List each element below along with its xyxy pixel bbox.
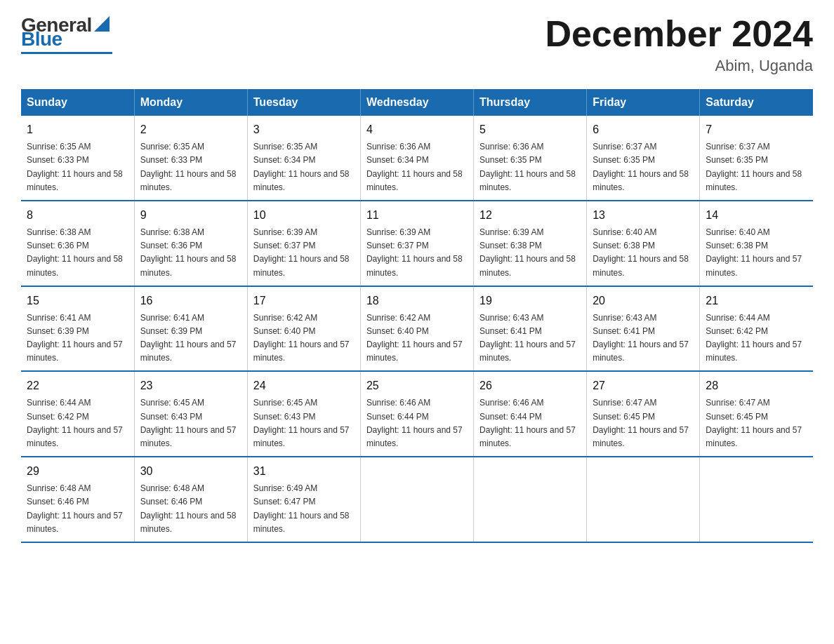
calendar-cell: 21Sunrise: 6:44 AMSunset: 6:42 PMDayligh… bbox=[700, 286, 813, 372]
day-number: 26 bbox=[479, 377, 581, 394]
col-header-tuesday: Tuesday bbox=[247, 89, 360, 116]
day-number: 15 bbox=[27, 293, 128, 309]
day-number: 24 bbox=[253, 377, 355, 394]
calendar-cell bbox=[587, 457, 700, 542]
svg-marker-0 bbox=[94, 16, 110, 32]
calendar-cell: 2Sunrise: 6:35 AMSunset: 6:33 PMDaylight… bbox=[134, 116, 247, 201]
day-number: 18 bbox=[366, 293, 468, 309]
calendar-cell: 16Sunrise: 6:41 AMSunset: 6:39 PMDayligh… bbox=[134, 286, 247, 372]
day-number: 1 bbox=[27, 121, 128, 138]
day-number: 12 bbox=[479, 207, 581, 224]
day-number: 22 bbox=[27, 377, 128, 394]
calendar-week-row: 29Sunrise: 6:48 AMSunset: 6:46 PMDayligh… bbox=[21, 457, 813, 542]
day-info: Sunrise: 6:36 AMSunset: 6:34 PMDaylight:… bbox=[366, 140, 468, 194]
day-info: Sunrise: 6:44 AMSunset: 6:42 PMDaylight:… bbox=[27, 396, 128, 450]
calendar-cell: 12Sunrise: 6:39 AMSunset: 6:38 PMDayligh… bbox=[474, 201, 587, 286]
day-info: Sunrise: 6:39 AMSunset: 6:37 PMDaylight:… bbox=[253, 226, 355, 280]
day-info: Sunrise: 6:42 AMSunset: 6:40 PMDaylight:… bbox=[366, 311, 468, 365]
logo-underline bbox=[21, 52, 112, 54]
calendar-cell: 22Sunrise: 6:44 AMSunset: 6:42 PMDayligh… bbox=[21, 371, 134, 457]
day-number: 28 bbox=[706, 377, 807, 394]
day-number: 8 bbox=[27, 207, 128, 224]
day-info: Sunrise: 6:39 AMSunset: 6:37 PMDaylight:… bbox=[366, 226, 468, 280]
calendar-cell: 4Sunrise: 6:36 AMSunset: 6:34 PMDaylight… bbox=[360, 116, 473, 201]
calendar-cell: 15Sunrise: 6:41 AMSunset: 6:39 PMDayligh… bbox=[21, 286, 134, 372]
col-header-wednesday: Wednesday bbox=[360, 89, 473, 116]
calendar-week-row: 8Sunrise: 6:38 AMSunset: 6:36 PMDaylight… bbox=[21, 201, 813, 286]
calendar-cell: 23Sunrise: 6:45 AMSunset: 6:43 PMDayligh… bbox=[134, 371, 247, 457]
day-number: 10 bbox=[253, 207, 355, 224]
day-number: 25 bbox=[366, 377, 468, 394]
day-number: 9 bbox=[140, 207, 241, 224]
day-number: 27 bbox=[593, 377, 694, 394]
col-header-saturday: Saturday bbox=[700, 89, 813, 116]
calendar-cell: 7Sunrise: 6:37 AMSunset: 6:35 PMDaylight… bbox=[700, 116, 813, 201]
calendar-cell: 20Sunrise: 6:43 AMSunset: 6:41 PMDayligh… bbox=[587, 286, 700, 372]
month-title: December 2024 bbox=[545, 14, 813, 54]
calendar-cell: 1Sunrise: 6:35 AMSunset: 6:33 PMDaylight… bbox=[21, 116, 134, 201]
day-info: Sunrise: 6:38 AMSunset: 6:36 PMDaylight:… bbox=[140, 226, 241, 280]
day-info: Sunrise: 6:41 AMSunset: 6:39 PMDaylight:… bbox=[140, 311, 241, 365]
day-number: 11 bbox=[366, 207, 468, 224]
calendar-cell: 30Sunrise: 6:48 AMSunset: 6:46 PMDayligh… bbox=[134, 457, 247, 542]
logo-blue-text: Blue bbox=[21, 28, 62, 51]
calendar-week-row: 15Sunrise: 6:41 AMSunset: 6:39 PMDayligh… bbox=[21, 286, 813, 372]
day-info: Sunrise: 6:47 AMSunset: 6:45 PMDaylight:… bbox=[593, 396, 694, 450]
day-info: Sunrise: 6:42 AMSunset: 6:40 PMDaylight:… bbox=[253, 311, 355, 365]
day-info: Sunrise: 6:48 AMSunset: 6:46 PMDaylight:… bbox=[27, 482, 128, 536]
col-header-thursday: Thursday bbox=[474, 89, 587, 116]
day-info: Sunrise: 6:47 AMSunset: 6:45 PMDaylight:… bbox=[706, 396, 807, 450]
day-number: 5 bbox=[479, 121, 581, 138]
location-label: Abim, Uganda bbox=[545, 57, 813, 75]
day-number: 7 bbox=[706, 121, 807, 138]
calendar-cell bbox=[700, 457, 813, 542]
day-number: 20 bbox=[593, 293, 694, 309]
calendar-week-row: 22Sunrise: 6:44 AMSunset: 6:42 PMDayligh… bbox=[21, 371, 813, 457]
day-info: Sunrise: 6:46 AMSunset: 6:44 PMDaylight:… bbox=[479, 396, 581, 450]
calendar-cell: 25Sunrise: 6:46 AMSunset: 6:44 PMDayligh… bbox=[360, 371, 473, 457]
day-number: 30 bbox=[140, 463, 241, 480]
day-info: Sunrise: 6:44 AMSunset: 6:42 PMDaylight:… bbox=[706, 311, 807, 365]
calendar-cell: 28Sunrise: 6:47 AMSunset: 6:45 PMDayligh… bbox=[700, 371, 813, 457]
day-number: 21 bbox=[706, 293, 807, 309]
day-number: 3 bbox=[253, 121, 355, 138]
day-info: Sunrise: 6:49 AMSunset: 6:47 PMDaylight:… bbox=[253, 482, 355, 536]
day-info: Sunrise: 6:48 AMSunset: 6:46 PMDaylight:… bbox=[140, 482, 241, 536]
day-info: Sunrise: 6:40 AMSunset: 6:38 PMDaylight:… bbox=[706, 226, 807, 280]
day-number: 16 bbox=[140, 293, 241, 309]
day-info: Sunrise: 6:38 AMSunset: 6:36 PMDaylight:… bbox=[27, 226, 128, 280]
calendar-cell: 24Sunrise: 6:45 AMSunset: 6:43 PMDayligh… bbox=[247, 371, 360, 457]
calendar-cell: 14Sunrise: 6:40 AMSunset: 6:38 PMDayligh… bbox=[700, 201, 813, 286]
calendar-cell: 6Sunrise: 6:37 AMSunset: 6:35 PMDaylight… bbox=[587, 116, 700, 201]
day-info: Sunrise: 6:46 AMSunset: 6:44 PMDaylight:… bbox=[366, 396, 468, 450]
calendar-cell: 3Sunrise: 6:35 AMSunset: 6:34 PMDaylight… bbox=[247, 116, 360, 201]
calendar-cell: 26Sunrise: 6:46 AMSunset: 6:44 PMDayligh… bbox=[474, 371, 587, 457]
day-info: Sunrise: 6:37 AMSunset: 6:35 PMDaylight:… bbox=[593, 140, 694, 194]
title-block: December 2024 Abim, Uganda bbox=[545, 14, 813, 75]
day-number: 17 bbox=[253, 293, 355, 309]
calendar-cell bbox=[474, 457, 587, 542]
calendar-week-row: 1Sunrise: 6:35 AMSunset: 6:33 PMDaylight… bbox=[21, 116, 813, 201]
calendar-cell: 8Sunrise: 6:38 AMSunset: 6:36 PMDaylight… bbox=[21, 201, 134, 286]
day-number: 23 bbox=[140, 377, 241, 394]
day-info: Sunrise: 6:39 AMSunset: 6:38 PMDaylight:… bbox=[479, 226, 581, 280]
calendar-cell: 11Sunrise: 6:39 AMSunset: 6:37 PMDayligh… bbox=[360, 201, 473, 286]
day-number: 29 bbox=[27, 463, 128, 480]
calendar-cell: 13Sunrise: 6:40 AMSunset: 6:38 PMDayligh… bbox=[587, 201, 700, 286]
day-info: Sunrise: 6:45 AMSunset: 6:43 PMDaylight:… bbox=[140, 396, 241, 450]
page-header: General Blue December 2024 Abim, Uganda bbox=[21, 14, 813, 75]
col-header-sunday: Sunday bbox=[21, 89, 134, 116]
day-info: Sunrise: 6:43 AMSunset: 6:41 PMDaylight:… bbox=[593, 311, 694, 365]
day-number: 6 bbox=[593, 121, 694, 138]
day-number: 2 bbox=[140, 121, 241, 138]
day-info: Sunrise: 6:45 AMSunset: 6:43 PMDaylight:… bbox=[253, 396, 355, 450]
logo-triangle-icon bbox=[94, 16, 110, 32]
calendar-cell: 9Sunrise: 6:38 AMSunset: 6:36 PMDaylight… bbox=[134, 201, 247, 286]
day-info: Sunrise: 6:40 AMSunset: 6:38 PMDaylight:… bbox=[593, 226, 694, 280]
logo: General Blue bbox=[21, 14, 112, 54]
col-header-monday: Monday bbox=[134, 89, 247, 116]
calendar-cell: 18Sunrise: 6:42 AMSunset: 6:40 PMDayligh… bbox=[360, 286, 473, 372]
calendar-cell: 19Sunrise: 6:43 AMSunset: 6:41 PMDayligh… bbox=[474, 286, 587, 372]
calendar-cell: 5Sunrise: 6:36 AMSunset: 6:35 PMDaylight… bbox=[474, 116, 587, 201]
day-number: 13 bbox=[593, 207, 694, 224]
